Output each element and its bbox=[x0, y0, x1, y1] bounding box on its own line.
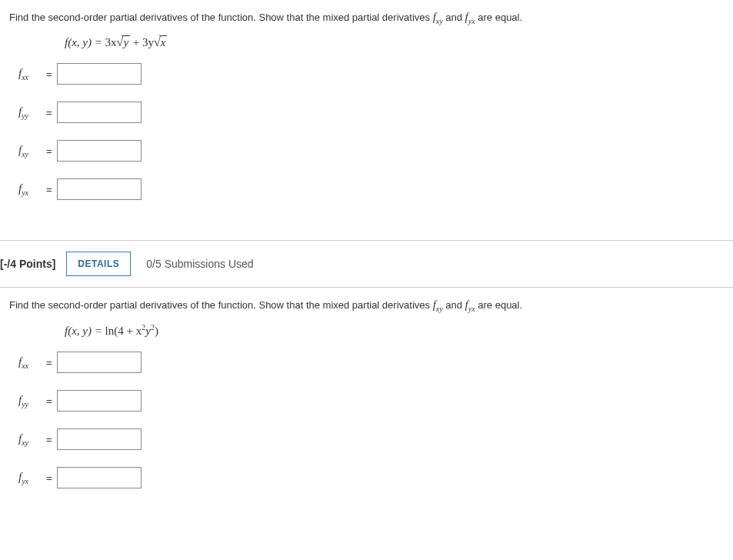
q1-fxx-row: fxx = bbox=[18, 63, 724, 85]
q1-prompt-pre: Find the second-order partial derivative… bbox=[9, 12, 433, 23]
question-2: Find the second-order partial derivative… bbox=[0, 288, 733, 528]
q1-fxy: fxy bbox=[433, 11, 443, 23]
q2-prompt-mid: and bbox=[443, 299, 465, 311]
sqrt-icon: √y bbox=[117, 35, 130, 49]
q1-prompt-mid: and bbox=[443, 12, 465, 23]
q1-prompt-post: are equal. bbox=[475, 12, 522, 23]
label-fyx: fyx bbox=[18, 471, 46, 485]
q2-fyx-input[interactable] bbox=[57, 467, 142, 488]
q1-function: f(x, y) = 3x√y + 3y√x bbox=[65, 35, 724, 49]
q1-fxy-input[interactable] bbox=[57, 140, 142, 162]
label-fyy: fyy bbox=[18, 105, 46, 120]
q1-fxx-input[interactable] bbox=[57, 63, 142, 85]
points-label: [-/4 Points] bbox=[0, 258, 55, 270]
q1-fxy-row: fxy = bbox=[18, 140, 724, 162]
label-fxy: fxy bbox=[18, 144, 46, 158]
q2-fxx-input[interactable] bbox=[57, 352, 142, 373]
equals-sign: = bbox=[46, 107, 52, 118]
q2-function: f(x, y) = ln(4 + x2y2) bbox=[65, 323, 724, 338]
q2-fyx-row: fyx = bbox=[18, 467, 724, 488]
equals-sign: = bbox=[46, 395, 52, 407]
equals-sign: = bbox=[46, 184, 52, 195]
label-fxy: fxy bbox=[18, 432, 46, 447]
q1-prompt: Find the second-order partial derivative… bbox=[9, 8, 724, 28]
q2-answers: fxx = fyy = fxy = fyx = bbox=[18, 352, 724, 488]
question-1: Find the second-order partial derivative… bbox=[0, 0, 733, 240]
q2-fxy: fxy bbox=[433, 298, 443, 311]
q2-fyy-input[interactable] bbox=[57, 390, 142, 412]
label-fyy: fyy bbox=[18, 394, 46, 408]
q2-prompt-post: are equal. bbox=[475, 299, 522, 311]
q2-fxy-input[interactable] bbox=[57, 428, 142, 450]
q2-fyx: fyx bbox=[465, 298, 475, 311]
q1-fyy-row: fyy = bbox=[18, 102, 724, 123]
q1-fyy-input[interactable] bbox=[57, 102, 142, 123]
equals-sign: = bbox=[46, 145, 52, 157]
q2-fyy-row: fyy = bbox=[18, 390, 724, 412]
q1-fyx-row: fyx = bbox=[18, 178, 724, 200]
equals-sign: = bbox=[46, 357, 52, 368]
q2-fxy-row: fxy = bbox=[18, 428, 724, 450]
q2-fxx-row: fxx = bbox=[18, 352, 724, 373]
sqrt-icon: √x bbox=[154, 35, 167, 49]
q2-prompt: Find the second-order partial derivative… bbox=[9, 295, 724, 315]
submissions-label: 0/5 Submissions Used bbox=[146, 258, 253, 270]
label-fxx: fxx bbox=[18, 67, 46, 82]
equals-sign: = bbox=[46, 68, 52, 80]
equals-sign: = bbox=[46, 472, 52, 484]
label-fxx: fxx bbox=[18, 355, 46, 370]
details-button[interactable]: DETAILS bbox=[66, 252, 131, 276]
label-fyx: fyx bbox=[18, 182, 46, 197]
question-header-band: [-/4 Points] DETAILS 0/5 Submissions Use… bbox=[0, 240, 733, 288]
q2-prompt-pre: Find the second-order partial derivative… bbox=[9, 299, 433, 311]
q1-answers: fxx = fyy = fxy = fyx = bbox=[18, 63, 724, 200]
q1-fyx-input[interactable] bbox=[57, 178, 142, 200]
equals-sign: = bbox=[46, 434, 52, 445]
q1-fyx: fyx bbox=[465, 11, 475, 23]
